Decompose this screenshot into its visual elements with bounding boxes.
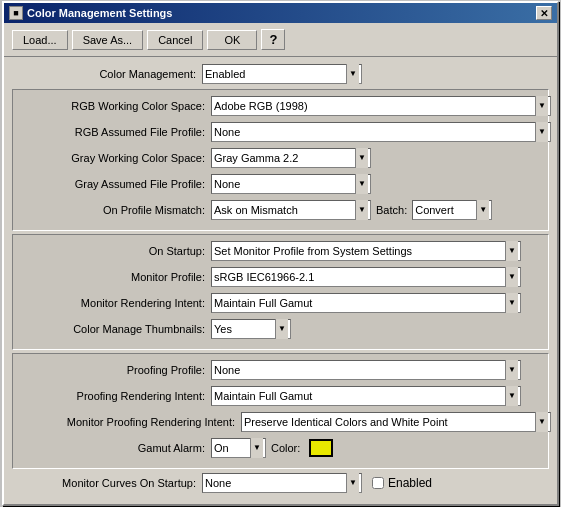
on-startup-select[interactable]: Set Monitor Profile from System Settings <box>211 241 521 261</box>
color-management-select[interactable]: Enabled Disabled <box>202 64 362 84</box>
rgb-working-select-wrap: Adobe RGB (1998) <box>211 96 551 116</box>
on-profile-label: On Profile Mismatch: <box>21 204 211 216</box>
ok-button[interactable]: OK <box>207 30 257 50</box>
gray-working-select[interactable]: Gray Gamma 2.2 <box>211 148 371 168</box>
title-bar-left: ■ Color Management Settings <box>9 6 172 20</box>
monitor-profile-select[interactable]: sRGB IEC61966-2.1 <box>211 267 521 287</box>
help-button[interactable]: ? <box>261 29 285 50</box>
monitor-rendering-select[interactable]: Maintain Full Gamut <box>211 293 521 313</box>
rgb-working-select[interactable]: Adobe RGB (1998) <box>211 96 551 116</box>
window-title: Color Management Settings <box>27 7 172 19</box>
monitor-curves-select[interactable]: None <box>202 473 362 493</box>
batch-label: Batch: <box>376 204 407 216</box>
monitor-profile-select-wrap: sRGB IEC61966-2.1 <box>211 267 521 287</box>
on-startup-row: On Startup: Set Monitor Profile from Sys… <box>21 240 540 262</box>
close-button[interactable]: ✕ <box>536 6 552 20</box>
proofing-rendering-row: Proofing Rendering Intent: Maintain Full… <box>21 385 540 407</box>
color-management-label: Color Management: <box>12 68 202 80</box>
gray-working-row: Gray Working Color Space: Gray Gamma 2.2 <box>21 147 540 169</box>
enabled-label: Enabled <box>388 476 432 490</box>
monitor-profile-label: Monitor Profile: <box>21 271 211 283</box>
gray-assumed-label: Gray Assumed File Profile: <box>21 178 211 190</box>
on-profile-row: On Profile Mismatch: Ask on Mismatch Bat… <box>21 199 540 221</box>
proofing-section: Proofing Profile: None Proofing Renderin… <box>12 353 549 469</box>
proofing-rendering-label: Proofing Rendering Intent: <box>21 390 211 402</box>
monitor-rendering-row: Monitor Rendering Intent: Maintain Full … <box>21 292 540 314</box>
gray-working-label: Gray Working Color Space: <box>21 152 211 164</box>
enabled-checkbox[interactable] <box>372 477 384 489</box>
title-bar: ■ Color Management Settings ✕ <box>4 3 557 23</box>
gamut-alarm-row: Gamut Alarm: On Off Color: <box>21 437 540 459</box>
monitor-proofing-select[interactable]: Preserve Identical Colors and White Poin… <box>241 412 551 432</box>
monitor-curves-select-wrap: None <box>202 473 362 493</box>
color-manage-select[interactable]: Yes No <box>211 319 291 339</box>
gamut-on-select-wrap: On Off <box>211 438 266 458</box>
on-profile-select[interactable]: Ask on Mismatch <box>211 200 371 220</box>
monitor-rendering-label: Monitor Rendering Intent: <box>21 297 211 309</box>
on-profile-select-wrap: Ask on Mismatch <box>211 200 371 220</box>
rgb-assumed-select-wrap: None <box>211 122 551 142</box>
gray-assumed-row: Gray Assumed File Profile: None <box>21 173 540 195</box>
monitor-proofing-label: Monitor Proofing Rendering Intent: <box>21 416 241 428</box>
rgb-working-row: RGB Working Color Space: Adobe RGB (1998… <box>21 95 540 117</box>
proofing-profile-label: Proofing Profile: <box>21 364 211 376</box>
window-icon: ■ <box>9 6 23 20</box>
main-window: ■ Color Management Settings ✕ Load... Sa… <box>2 1 559 506</box>
gamut-color-swatch[interactable] <box>309 439 333 457</box>
proofing-profile-select-wrap: None <box>211 360 521 380</box>
toolbar: Load... Save As... Cancel OK ? <box>4 23 557 57</box>
on-startup-select-wrap: Set Monitor Profile from System Settings <box>211 241 521 261</box>
monitor-section: On Startup: Set Monitor Profile from Sys… <box>12 234 549 350</box>
rgb-assumed-row: RGB Assumed File Profile: None <box>21 121 540 143</box>
rgb-working-label: RGB Working Color Space: <box>21 100 211 112</box>
monitor-curves-label: Monitor Curves On Startup: <box>12 477 202 489</box>
batch-select[interactable]: Convert <box>412 200 492 220</box>
gamut-on-select[interactable]: On Off <box>211 438 266 458</box>
content-area: Color Management: Enabled Disabled RGB W… <box>4 57 557 504</box>
on-startup-label: On Startup: <box>21 245 211 257</box>
rgb-assumed-label: RGB Assumed File Profile: <box>21 126 211 138</box>
proofing-rendering-select[interactable]: Maintain Full Gamut <box>211 386 521 406</box>
monitor-proofing-select-wrap: Preserve Identical Colors and White Poin… <box>241 412 551 432</box>
color-management-select-wrap: Enabled Disabled <box>202 64 362 84</box>
proofing-rendering-select-wrap: Maintain Full Gamut <box>211 386 521 406</box>
proofing-profile-row: Proofing Profile: None <box>21 359 540 381</box>
batch-select-wrap: Convert <box>412 200 492 220</box>
gamut-alarm-label: Gamut Alarm: <box>21 442 211 454</box>
save-as-button[interactable]: Save As... <box>72 30 144 50</box>
color-label: Color: <box>271 442 300 454</box>
monitor-profile-row: Monitor Profile: sRGB IEC61966-2.1 <box>21 266 540 288</box>
proofing-profile-select[interactable]: None <box>211 360 521 380</box>
profiles-section: RGB Working Color Space: Adobe RGB (1998… <box>12 89 549 231</box>
load-button[interactable]: Load... <box>12 30 68 50</box>
rgb-assumed-select[interactable]: None <box>211 122 551 142</box>
gray-assumed-select-wrap: None <box>211 174 371 194</box>
color-manage-row: Color Manage Thumbnails: Yes No <box>21 318 540 340</box>
color-manage-label: Color Manage Thumbnails: <box>21 323 211 335</box>
cancel-button[interactable]: Cancel <box>147 30 203 50</box>
monitor-curves-row: Monitor Curves On Startup: None Enabled <box>12 472 549 494</box>
gray-working-select-wrap: Gray Gamma 2.2 <box>211 148 371 168</box>
enabled-wrap: Enabled <box>372 476 432 490</box>
monitor-proofing-row: Monitor Proofing Rendering Intent: Prese… <box>21 411 540 433</box>
monitor-rendering-select-wrap: Maintain Full Gamut <box>211 293 521 313</box>
gray-assumed-select[interactable]: None <box>211 174 371 194</box>
color-manage-select-wrap: Yes No <box>211 319 291 339</box>
color-management-row: Color Management: Enabled Disabled <box>12 63 549 85</box>
